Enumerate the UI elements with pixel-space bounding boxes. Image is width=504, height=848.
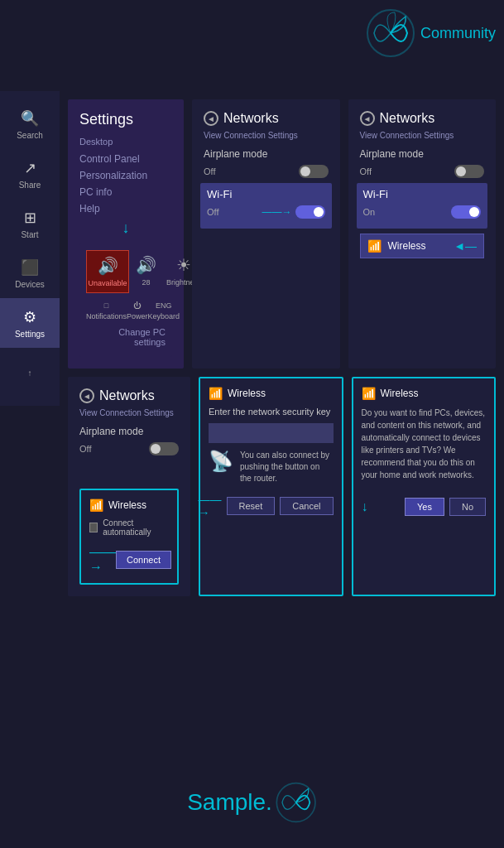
auto-connect-row: Connect automatically (89, 518, 169, 537)
wireless-item-2[interactable]: 📶 Wireless ◄— (360, 234, 485, 258)
security-key-input[interactable] (209, 423, 334, 443)
airplane-label-2: Airplane mode (360, 148, 424, 160)
signal-icon-2: 📶 (367, 239, 382, 253)
auto-connect-checkbox[interactable] (89, 523, 98, 532)
start-icon: ⊞ (24, 209, 36, 227)
connect-panel: 📶 Wireless Connect automatically ——→ Con… (79, 489, 179, 585)
unavailable-icon: 🔊 (98, 256, 118, 276)
discovery-header: 📶 Wireless (362, 387, 487, 400)
power-icon: ⏻ (133, 301, 141, 310)
networks-1-title: ◄ Networks (204, 111, 329, 126)
connect-left-arrow-icon: ——→ (89, 545, 116, 575)
volume-icon: 🔊 (136, 255, 156, 275)
wireless-label-connect: Wireless (108, 499, 146, 511)
airplane-value-row-3: Off (79, 442, 179, 455)
notifications-label: Notifications (86, 312, 127, 320)
wifi-row-2[interactable]: Wi-Fi On (357, 183, 488, 229)
yes-button[interactable]: Yes (405, 498, 444, 516)
security-header: 📶 Wireless (209, 387, 334, 400)
sidebar-up-arrow[interactable]: ↑ (0, 348, 60, 398)
discovery-question: Do you want to find PCs, devices, and co… (362, 407, 487, 481)
discovery-arrow-icon: ↓ (362, 499, 368, 514)
sidebar-item-devices-label: Devices (15, 280, 45, 289)
back-arrow-2[interactable]: ◄ (360, 111, 375, 126)
notifications-item[interactable]: □ Notifications (86, 301, 127, 320)
power-item[interactable]: ⏻ Power (127, 301, 148, 320)
security-note: 📡 You can also connect by pushing the bu… (209, 450, 334, 484)
sidebar-item-share[interactable]: ↗ Share (0, 149, 60, 199)
sidebar-item-search-label: Search (17, 131, 43, 140)
connect-button[interactable]: Connect (116, 551, 171, 569)
sidebar-item-start[interactable]: ⊞ Start (0, 199, 60, 248)
security-prompt: Enter the network security key (209, 407, 334, 417)
signal-icon-connect: 📶 (89, 499, 103, 512)
wifi-status-row-2: On (363, 205, 482, 219)
airplane-value-row-2: Off (360, 165, 485, 178)
conn-arrow-1: ——→ (262, 206, 292, 218)
volume-label: 28 (142, 278, 150, 287)
pc-info-link[interactable]: PC info (79, 186, 172, 198)
wifi-status-2: On (363, 207, 376, 217)
wifi-label-1: Wi-Fi (207, 188, 325, 200)
networks-panel-2: ◄ Networks View Connection Settings Airp… (348, 99, 497, 369)
router-icon: 📡 (209, 450, 233, 473)
reset-button[interactable]: Reset (227, 497, 276, 515)
sidebar-item-start-label: Start (21, 230, 38, 239)
no-button[interactable]: No (449, 498, 486, 516)
keyboard-icon: ENG (156, 301, 172, 310)
signal-icon-discovery: 📶 (362, 387, 376, 400)
wifi-toggle-1[interactable] (295, 205, 325, 219)
airplane-toggle-1[interactable] (299, 165, 329, 178)
sidebar-item-settings-label: Settings (15, 330, 45, 339)
networks-3-title: ◄ Networks (79, 388, 179, 403)
view-connection-2[interactable]: View Connection Settings (360, 131, 485, 140)
control-panel-link[interactable]: Control Panel (79, 153, 172, 165)
bottom-brand-text: Sample. (187, 789, 272, 816)
auto-connect-label: Connect automatically (103, 518, 169, 537)
networks-panel-1: ◄ Networks View Connection Settings Airp… (192, 99, 340, 369)
security-btn-row: ——→ Reset Cancel (209, 493, 334, 519)
view-connection-1[interactable]: View Connection Settings (204, 131, 329, 140)
airplane-label-1: Airplane mode (204, 148, 267, 160)
search-icon: 🔍 (21, 109, 39, 128)
sidebar-item-settings[interactable]: ⚙ Settings (0, 298, 60, 348)
airplane-value-2: Off (360, 166, 372, 176)
discovery-btn-row: ↓ Yes No (362, 498, 487, 516)
wifi-row-1[interactable]: Wi-Fi Off ——→ (200, 183, 332, 229)
share-icon: ↗ (24, 159, 36, 177)
cancel-button[interactable]: Cancel (280, 497, 333, 515)
wifi-toggle-2[interactable] (451, 205, 481, 219)
airplane-toggle-2[interactable] (454, 165, 484, 178)
wireless-label-discovery: Wireless (381, 388, 419, 399)
brightness-icon: ☀ (176, 255, 191, 275)
airplane-value-1: Off (204, 166, 215, 176)
back-arrow-3[interactable]: ◄ (79, 388, 94, 403)
sidebar-item-devices[interactable]: ⬛ Devices (0, 248, 60, 298)
notifications-icon: □ (104, 301, 108, 310)
networks-2-title: ◄ Networks (360, 111, 485, 126)
desktop-label: Desktop (79, 137, 172, 147)
wireless-arrow-2: ◄— (454, 239, 477, 253)
back-arrow-1[interactable]: ◄ (204, 111, 218, 126)
unavailable-item[interactable]: 🔊 Unavailable (86, 250, 129, 293)
keyboard-item[interactable]: ENG Keyboard (148, 301, 180, 320)
brand-logo-icon (366, 8, 415, 58)
settings-title: Settings (79, 111, 172, 128)
help-link[interactable]: Help (79, 203, 172, 214)
view-connection-3[interactable]: View Connection Settings (79, 408, 179, 417)
sidebar-item-search[interactable]: 🔍 Search (0, 99, 60, 149)
volume-item[interactable]: 🔊 28 (132, 250, 160, 293)
bottom-brand: Sample. (187, 782, 317, 823)
settings-panel: Settings Desktop Control Panel Personali… (68, 99, 184, 369)
networks-panel-3: ◄ Networks View Connection Settings Airp… (68, 377, 190, 596)
wireless-label-2: Wireless (388, 240, 426, 252)
airplane-toggle-3[interactable] (149, 442, 179, 455)
network-discovery-panel: 📶 Wireless Do you want to find PCs, devi… (352, 377, 497, 596)
security-note-text: You can also connect by pushing the butt… (240, 450, 334, 484)
unavailable-label: Unavailable (88, 279, 127, 287)
wifi-status-1: Off (207, 207, 218, 217)
airplane-row-2: Airplane mode (360, 148, 485, 160)
main-content: Settings Desktop Control Panel Personali… (60, 91, 504, 605)
personalization-link[interactable]: Personalization (79, 170, 172, 181)
change-settings-link[interactable]: Change PC settings (86, 324, 166, 350)
